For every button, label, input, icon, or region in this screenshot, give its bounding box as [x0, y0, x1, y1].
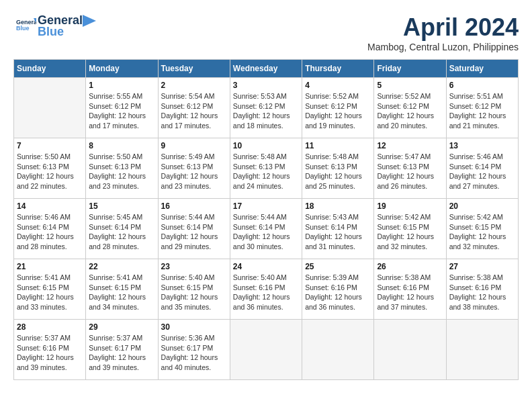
calendar-week-4: 21Sunrise: 5:41 AMSunset: 6:15 PMDayligh…: [14, 259, 519, 320]
weekday-header-wednesday: Wednesday: [230, 60, 302, 78]
calendar-cell: 13Sunrise: 5:46 AMSunset: 6:14 PMDayligh…: [446, 138, 518, 199]
svg-text:Blue: Blue: [16, 25, 30, 32]
day-number: 12: [377, 141, 443, 150]
day-number: 16: [161, 201, 227, 211]
calendar-cell: 22Sunrise: 5:41 AMSunset: 6:15 PMDayligh…: [86, 259, 158, 320]
day-info: Sunrise: 5:41 AMSunset: 6:15 PMDaylight:…: [89, 273, 154, 312]
day-number: 19: [377, 201, 443, 211]
svg-text:General: General: [16, 19, 36, 26]
weekday-header-monday: Monday: [86, 60, 158, 78]
calendar-cell: [14, 78, 86, 138]
svg-marker-3: [83, 15, 96, 27]
day-number: 30: [161, 322, 227, 332]
day-info: Sunrise: 5:46 AMSunset: 6:14 PMDaylight:…: [449, 152, 515, 191]
day-number: 22: [89, 262, 154, 271]
day-info: Sunrise: 5:52 AMSunset: 6:12 PMDaylight:…: [377, 91, 443, 131]
day-info: Sunrise: 5:37 AMSunset: 6:16 PMDaylight:…: [17, 333, 83, 373]
day-number: 10: [233, 141, 299, 150]
day-info: Sunrise: 5:43 AMSunset: 6:14 PMDaylight:…: [305, 212, 371, 252]
day-number: 6: [449, 81, 515, 90]
calendar-cell: 5Sunrise: 5:52 AMSunset: 6:12 PMDaylight…: [374, 78, 446, 138]
logo-arrow-icon: [83, 15, 96, 27]
day-number: 2: [161, 81, 227, 90]
day-info: Sunrise: 5:39 AMSunset: 6:16 PMDaylight:…: [305, 273, 371, 312]
calendar-cell: [374, 320, 446, 380]
logo: General Blue General Blue: [13, 13, 96, 39]
day-number: 20: [449, 201, 515, 211]
day-number: 7: [17, 141, 83, 150]
day-number: 15: [89, 201, 154, 211]
calendar-cell: 7Sunrise: 5:50 AMSunset: 6:13 PMDaylight…: [14, 138, 86, 199]
day-number: 13: [449, 141, 515, 150]
day-info: Sunrise: 5:49 AMSunset: 6:13 PMDaylight:…: [161, 152, 227, 191]
calendar-cell: 26Sunrise: 5:38 AMSunset: 6:16 PMDayligh…: [374, 259, 446, 320]
weekday-header-sunday: Sunday: [14, 60, 86, 78]
day-number: 21: [17, 262, 83, 271]
day-info: Sunrise: 5:37 AMSunset: 6:17 PMDaylight:…: [89, 333, 154, 373]
day-info: Sunrise: 5:36 AMSunset: 6:17 PMDaylight:…: [161, 333, 227, 373]
day-number: 24: [233, 262, 299, 271]
logo-icon: General Blue: [16, 15, 36, 35]
calendar-cell: 29Sunrise: 5:37 AMSunset: 6:17 PMDayligh…: [86, 320, 158, 380]
day-info: Sunrise: 5:48 AMSunset: 6:13 PMDaylight:…: [233, 152, 299, 191]
calendar-cell: 15Sunrise: 5:45 AMSunset: 6:14 PMDayligh…: [86, 199, 158, 259]
page-header: General Blue General Blue April 2024 Mam…: [13, 13, 519, 52]
calendar-cell: 21Sunrise: 5:41 AMSunset: 6:15 PMDayligh…: [14, 259, 86, 320]
day-info: Sunrise: 5:45 AMSunset: 6:14 PMDaylight:…: [89, 212, 154, 252]
calendar-cell: [302, 320, 374, 380]
day-info: Sunrise: 5:40 AMSunset: 6:16 PMDaylight:…: [233, 273, 299, 312]
day-number: 18: [305, 201, 371, 211]
calendar-cell: 23Sunrise: 5:40 AMSunset: 6:15 PMDayligh…: [158, 259, 230, 320]
day-number: 4: [305, 81, 371, 90]
day-number: 14: [17, 201, 83, 211]
calendar-week-3: 14Sunrise: 5:46 AMSunset: 6:14 PMDayligh…: [14, 199, 519, 259]
day-info: Sunrise: 5:52 AMSunset: 6:12 PMDaylight:…: [305, 91, 371, 131]
day-number: 27: [449, 262, 515, 271]
day-number: 5: [377, 81, 443, 90]
day-number: 11: [305, 141, 371, 150]
day-number: 28: [17, 322, 83, 332]
weekday-header-saturday: Saturday: [446, 60, 518, 78]
calendar-cell: 20Sunrise: 5:42 AMSunset: 6:15 PMDayligh…: [446, 199, 518, 259]
day-info: Sunrise: 5:51 AMSunset: 6:12 PMDaylight:…: [449, 91, 515, 131]
day-info: Sunrise: 5:48 AMSunset: 6:13 PMDaylight:…: [305, 152, 371, 191]
day-number: 8: [89, 141, 154, 150]
calendar-cell: 30Sunrise: 5:36 AMSunset: 6:17 PMDayligh…: [158, 320, 230, 380]
calendar-cell: 8Sunrise: 5:50 AMSunset: 6:13 PMDaylight…: [86, 138, 158, 199]
title-block: April 2024 Mambog, Central Luzon, Philip…: [367, 13, 519, 52]
calendar-cell: 18Sunrise: 5:43 AMSunset: 6:14 PMDayligh…: [302, 199, 374, 259]
calendar-week-1: 1Sunrise: 5:55 AMSunset: 6:12 PMDaylight…: [14, 78, 519, 138]
day-info: Sunrise: 5:44 AMSunset: 6:14 PMDaylight:…: [161, 212, 227, 252]
month-title: April 2024: [367, 13, 519, 42]
calendar-cell: 3Sunrise: 5:53 AMSunset: 6:12 PMDaylight…: [230, 78, 302, 138]
calendar-cell: 4Sunrise: 5:52 AMSunset: 6:12 PMDaylight…: [302, 78, 374, 138]
day-number: 17: [233, 201, 299, 211]
day-info: Sunrise: 5:47 AMSunset: 6:13 PMDaylight:…: [377, 152, 443, 191]
day-number: 23: [161, 262, 227, 271]
calendar-cell: 12Sunrise: 5:47 AMSunset: 6:13 PMDayligh…: [374, 138, 446, 199]
weekday-header-friday: Friday: [374, 60, 446, 78]
day-number: 9: [161, 141, 227, 150]
day-info: Sunrise: 5:42 AMSunset: 6:15 PMDaylight:…: [449, 212, 515, 252]
calendar-header-row: SundayMondayTuesdayWednesdayThursdayFrid…: [14, 60, 519, 78]
calendar-cell: 25Sunrise: 5:39 AMSunset: 6:16 PMDayligh…: [302, 259, 374, 320]
calendar-cell: 10Sunrise: 5:48 AMSunset: 6:13 PMDayligh…: [230, 138, 302, 199]
day-number: 26: [377, 262, 443, 271]
day-info: Sunrise: 5:44 AMSunset: 6:14 PMDaylight:…: [233, 212, 299, 252]
calendar-cell: [230, 320, 302, 380]
calendar-cell: 28Sunrise: 5:37 AMSunset: 6:16 PMDayligh…: [14, 320, 86, 380]
calendar-week-2: 7Sunrise: 5:50 AMSunset: 6:13 PMDaylight…: [14, 138, 519, 199]
calendar-cell: 17Sunrise: 5:44 AMSunset: 6:14 PMDayligh…: [230, 199, 302, 259]
calendar-cell: 16Sunrise: 5:44 AMSunset: 6:14 PMDayligh…: [158, 199, 230, 259]
day-info: Sunrise: 5:55 AMSunset: 6:12 PMDaylight:…: [89, 91, 154, 131]
day-info: Sunrise: 5:41 AMSunset: 6:15 PMDaylight:…: [17, 273, 83, 312]
calendar-week-5: 28Sunrise: 5:37 AMSunset: 6:16 PMDayligh…: [14, 320, 519, 380]
day-info: Sunrise: 5:50 AMSunset: 6:13 PMDaylight:…: [17, 152, 83, 191]
day-number: 3: [233, 81, 299, 90]
calendar-table: SundayMondayTuesdayWednesdayThursdayFrid…: [13, 59, 519, 380]
day-number: 1: [89, 81, 154, 90]
calendar-cell: 6Sunrise: 5:51 AMSunset: 6:12 PMDaylight…: [446, 78, 518, 138]
calendar-cell: [446, 320, 518, 380]
day-info: Sunrise: 5:38 AMSunset: 6:16 PMDaylight:…: [377, 273, 443, 312]
day-info: Sunrise: 5:40 AMSunset: 6:15 PMDaylight:…: [161, 273, 227, 312]
